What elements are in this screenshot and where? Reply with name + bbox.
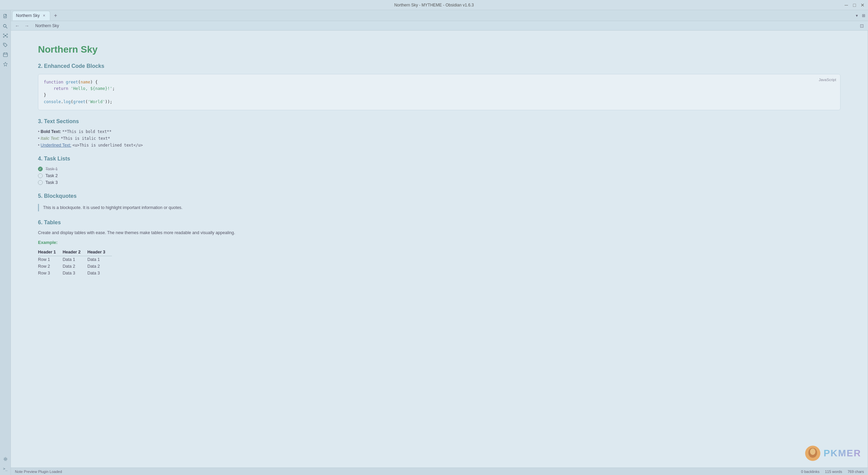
ribbon-icon-terminal[interactable]: >_ (2, 465, 9, 472)
table-header-row: Header 1 Header 2 Header 3 (38, 248, 112, 256)
section-tables: 6. Tables Create and display tables with… (38, 220, 841, 277)
section-heading-6: 6. Tables (38, 220, 841, 226)
table-header-1: Header 1 (38, 248, 63, 256)
table-header-3: Header 3 (87, 248, 112, 256)
svg-point-20 (4, 458, 6, 460)
svg-point-3 (3, 24, 6, 27)
svg-line-4 (6, 27, 7, 28)
svg-line-12 (4, 36, 5, 37)
text-list-item-bold: Bold Text: **This is bold text** (38, 129, 841, 134)
nav-bar: ← → Northern Sky ⊡ (11, 21, 868, 31)
table-cell: Data 2 (63, 263, 87, 270)
underline-label: Underlined Text: (41, 143, 71, 148)
backlinks-count: 0 backlinks (801, 470, 820, 474)
task-item-1[interactable]: ✓ Task 1 (38, 167, 841, 171)
maximize-button[interactable]: □ (852, 2, 857, 8)
ribbon-icon-tags[interactable] (2, 41, 9, 49)
ribbon-icon-graph[interactable] (2, 32, 9, 39)
table-cell: Row 3 (38, 270, 63, 277)
task-checkbox-3[interactable] (38, 180, 43, 185)
tables-description: Create and display tables with ease. The… (38, 230, 841, 235)
editor-pane[interactable]: Northern Sky 2. Enhanced Code Blocks Jav… (11, 31, 868, 468)
svg-point-8 (3, 37, 4, 38)
tab-list-button[interactable]: ▾ (854, 13, 859, 19)
section-text-sections: 3. Text Sections Bold Text: **This is bo… (38, 118, 841, 148)
window-title: Northern Sky - MYTHEME - Obsidian v1.6.3 (394, 3, 474, 7)
task-item-2[interactable]: Task 2 (38, 173, 841, 178)
tab-northern-sky[interactable]: Northern Sky × (12, 11, 50, 20)
code-line-2: return 'Hello, ${name}!'; (44, 86, 835, 92)
reading-view-button[interactable]: ⊡ (859, 22, 865, 29)
section-heading-2: 2. Enhanced Code Blocks (38, 63, 841, 69)
code-line-1: function greet(name) { (44, 79, 835, 86)
svg-point-6 (3, 34, 4, 35)
layout-toggle-button[interactable]: ⊞ (861, 13, 867, 19)
task-checkbox-2[interactable] (38, 173, 43, 178)
forward-button[interactable]: → (23, 22, 31, 29)
example-label: Example: (38, 240, 841, 245)
table-cell: Row 2 (38, 263, 63, 270)
minimize-button[interactable]: ─ (844, 2, 849, 8)
ribbon-icon-settings[interactable] (2, 455, 9, 463)
svg-point-14 (4, 44, 5, 44)
window-controls: ─ □ ✕ (844, 2, 865, 8)
content-area: Northern Sky 2. Enhanced Code Blocks Jav… (11, 31, 868, 468)
svg-line-10 (4, 35, 5, 36)
document-title: Northern Sky (38, 44, 841, 55)
svg-line-13 (6, 36, 6, 37)
svg-point-9 (6, 37, 7, 38)
bold-syntax: **This is bold text** (62, 129, 112, 134)
char-count: 769 chars (848, 470, 864, 474)
ribbon-icon-file[interactable] (2, 13, 9, 20)
italic-label: Italic Text: (41, 136, 60, 141)
svg-point-7 (6, 34, 7, 35)
tab-label: Northern Sky (16, 13, 40, 18)
task-label-1: Task 1 (45, 167, 58, 171)
table-cell: Data 2 (87, 263, 112, 270)
section-heading-4: 4. Task Lists (38, 156, 841, 162)
italic-syntax: *This is italic text* (61, 136, 110, 141)
svg-marker-19 (3, 62, 7, 66)
tab-bar: Northern Sky × + ▾ ⊞ (11, 10, 868, 21)
task-label-2: Task 2 (45, 173, 58, 178)
ribbon: >_ (0, 10, 11, 475)
section-task-lists: 4. Task Lists ✓ Task 1 Task 2 Task 3 (38, 156, 841, 185)
status-bar: Note Preview Plugin Loaded 0 backlinks 1… (11, 468, 868, 475)
code-line-3: } (44, 92, 835, 98)
table-cell: Data 1 (63, 256, 87, 263)
bold-label: Bold Text: (41, 129, 61, 134)
svg-line-11 (6, 35, 6, 36)
blockquote: This is a blockquote. It is used to high… (38, 204, 841, 211)
task-checkbox-1[interactable]: ✓ (38, 167, 43, 171)
table-cell: Row 1 (38, 256, 63, 263)
section-blockquotes: 5. Blockquotes This is a blockquote. It … (38, 193, 841, 211)
nav-bar-right: ⊡ (859, 22, 865, 29)
svg-rect-15 (3, 53, 7, 57)
tab-bar-right: ▾ ⊞ (854, 13, 867, 19)
text-list-item-italic: Italic Text: *This is italic text* (38, 136, 841, 141)
word-count: 115 words (825, 470, 842, 474)
section-heading-3: 3. Text Sections (38, 118, 841, 125)
table-header-2: Header 2 (63, 248, 87, 256)
code-language: JavaScript (819, 77, 836, 83)
table-cell: Data 3 (87, 270, 112, 277)
new-tab-button[interactable]: + (52, 12, 60, 20)
close-button[interactable]: ✕ (860, 2, 865, 8)
plugin-status: Note Preview Plugin Loaded (15, 470, 62, 474)
ribbon-icon-star[interactable] (2, 60, 9, 68)
code-line-4: console.log(greet('World')); (44, 99, 835, 105)
table-cell: Data 1 (87, 256, 112, 263)
table-row: Row 2 Data 2 Data 2 (38, 263, 112, 270)
svg-point-5 (5, 35, 6, 36)
back-button[interactable]: ← (14, 22, 21, 29)
tab-close-button[interactable]: × (42, 13, 46, 18)
ribbon-icon-search[interactable] (2, 22, 9, 30)
title-bar: Northern Sky - MYTHEME - Obsidian v1.6.3… (0, 0, 868, 10)
table-row: Row 3 Data 3 Data 3 (38, 270, 112, 277)
ribbon-icon-calendar[interactable] (2, 51, 9, 58)
svg-point-21 (4, 457, 7, 461)
section-code-blocks: 2. Enhanced Code Blocks JavaScript funct… (38, 63, 841, 110)
task-item-3[interactable]: Task 3 (38, 180, 841, 185)
underline-syntax: <u>This is underlined text</u> (72, 143, 143, 148)
table-row: Row 1 Data 1 Data 1 (38, 256, 112, 263)
